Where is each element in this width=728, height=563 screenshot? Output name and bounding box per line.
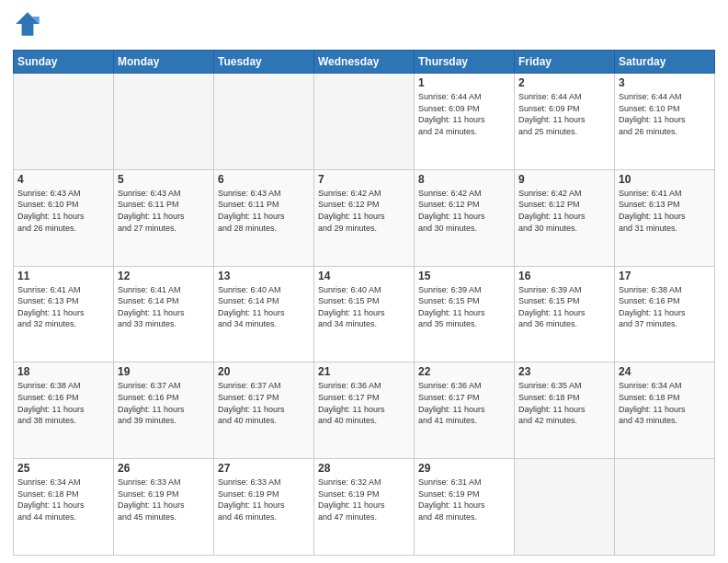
day-number: 9 bbox=[518, 173, 610, 186]
day-info: Sunrise: 6:43 AM Sunset: 6:11 PM Dayligh… bbox=[218, 188, 310, 234]
calendar-week-row: 4Sunrise: 6:43 AM Sunset: 6:10 PM Daylig… bbox=[14, 169, 715, 266]
calendar-cell: 20Sunrise: 6:37 AM Sunset: 6:17 PM Dayli… bbox=[214, 362, 314, 459]
calendar-day-header: Friday bbox=[515, 51, 615, 74]
calendar-week-row: 18Sunrise: 6:38 AM Sunset: 6:16 PM Dayli… bbox=[14, 362, 715, 459]
calendar-cell: 18Sunrise: 6:38 AM Sunset: 6:16 PM Dayli… bbox=[14, 362, 114, 459]
calendar-cell bbox=[314, 74, 415, 170]
day-info: Sunrise: 6:33 AM Sunset: 6:19 PM Dayligh… bbox=[118, 477, 210, 523]
day-info: Sunrise: 6:43 AM Sunset: 6:11 PM Dayligh… bbox=[118, 188, 210, 234]
day-info: Sunrise: 6:39 AM Sunset: 6:15 PM Dayligh… bbox=[418, 284, 510, 330]
calendar-cell bbox=[114, 74, 214, 170]
day-info: Sunrise: 6:37 AM Sunset: 6:16 PM Dayligh… bbox=[118, 380, 210, 426]
calendar-cell: 5Sunrise: 6:43 AM Sunset: 6:11 PM Daylig… bbox=[114, 169, 214, 266]
calendar-cell bbox=[615, 459, 715, 556]
calendar-cell: 9Sunrise: 6:42 AM Sunset: 6:12 PM Daylig… bbox=[515, 169, 615, 266]
day-number: 10 bbox=[619, 173, 711, 186]
calendar-table: SundayMondayTuesdayWednesdayThursdayFrid… bbox=[13, 50, 715, 556]
calendar-cell: 2Sunrise: 6:44 AM Sunset: 6:09 PM Daylig… bbox=[515, 74, 615, 170]
calendar-day-header: Thursday bbox=[415, 51, 515, 74]
calendar-cell: 4Sunrise: 6:43 AM Sunset: 6:10 PM Daylig… bbox=[14, 169, 114, 266]
calendar-day-header: Monday bbox=[114, 51, 214, 74]
day-number: 20 bbox=[218, 365, 310, 378]
calendar-cell: 15Sunrise: 6:39 AM Sunset: 6:15 PM Dayli… bbox=[415, 266, 515, 362]
calendar-cell: 26Sunrise: 6:33 AM Sunset: 6:19 PM Dayli… bbox=[114, 459, 214, 556]
day-info: Sunrise: 6:37 AM Sunset: 6:17 PM Dayligh… bbox=[218, 380, 310, 426]
day-info: Sunrise: 6:44 AM Sunset: 6:09 PM Dayligh… bbox=[418, 91, 510, 137]
day-info: Sunrise: 6:32 AM Sunset: 6:19 PM Dayligh… bbox=[318, 477, 410, 523]
day-number: 29 bbox=[418, 462, 510, 475]
day-number: 23 bbox=[518, 365, 610, 378]
day-number: 6 bbox=[218, 173, 310, 186]
day-number: 19 bbox=[118, 365, 210, 378]
calendar-day-header: Tuesday bbox=[214, 51, 314, 74]
day-number: 7 bbox=[318, 173, 410, 186]
calendar-cell: 11Sunrise: 6:41 AM Sunset: 6:13 PM Dayli… bbox=[14, 266, 114, 362]
day-number: 22 bbox=[418, 365, 510, 378]
calendar-cell bbox=[214, 74, 314, 170]
day-number: 17 bbox=[619, 270, 711, 282]
calendar-cell: 28Sunrise: 6:32 AM Sunset: 6:19 PM Dayli… bbox=[314, 459, 415, 556]
day-info: Sunrise: 6:33 AM Sunset: 6:19 PM Dayligh… bbox=[218, 477, 310, 523]
day-info: Sunrise: 6:35 AM Sunset: 6:18 PM Dayligh… bbox=[518, 380, 610, 426]
day-info: Sunrise: 6:31 AM Sunset: 6:19 PM Dayligh… bbox=[418, 477, 510, 523]
calendar-cell: 25Sunrise: 6:34 AM Sunset: 6:18 PM Dayli… bbox=[14, 459, 114, 556]
day-info: Sunrise: 6:44 AM Sunset: 6:09 PM Dayligh… bbox=[518, 91, 610, 137]
header bbox=[13, 9, 715, 44]
calendar-cell: 19Sunrise: 6:37 AM Sunset: 6:16 PM Dayli… bbox=[114, 362, 214, 459]
svg-marker-0 bbox=[16, 12, 40, 36]
day-info: Sunrise: 6:41 AM Sunset: 6:13 PM Dayligh… bbox=[17, 284, 109, 330]
day-info: Sunrise: 6:42 AM Sunset: 6:12 PM Dayligh… bbox=[418, 188, 510, 234]
calendar-cell: 3Sunrise: 6:44 AM Sunset: 6:10 PM Daylig… bbox=[615, 74, 715, 170]
calendar-cell: 8Sunrise: 6:42 AM Sunset: 6:12 PM Daylig… bbox=[415, 169, 515, 266]
calendar-cell: 13Sunrise: 6:40 AM Sunset: 6:14 PM Dayli… bbox=[214, 266, 314, 362]
calendar-cell: 27Sunrise: 6:33 AM Sunset: 6:19 PM Dayli… bbox=[214, 459, 314, 556]
day-info: Sunrise: 6:42 AM Sunset: 6:12 PM Dayligh… bbox=[518, 188, 610, 234]
calendar-week-row: 25Sunrise: 6:34 AM Sunset: 6:18 PM Dayli… bbox=[14, 459, 715, 556]
calendar-cell: 12Sunrise: 6:41 AM Sunset: 6:14 PM Dayli… bbox=[114, 266, 214, 362]
day-info: Sunrise: 6:41 AM Sunset: 6:14 PM Dayligh… bbox=[118, 284, 210, 330]
day-number: 18 bbox=[17, 365, 109, 378]
day-number: 15 bbox=[418, 270, 510, 282]
calendar-cell: 6Sunrise: 6:43 AM Sunset: 6:11 PM Daylig… bbox=[214, 169, 314, 266]
day-number: 3 bbox=[619, 76, 711, 89]
calendar-cell: 1Sunrise: 6:44 AM Sunset: 6:09 PM Daylig… bbox=[415, 74, 515, 170]
calendar-week-row: 1Sunrise: 6:44 AM Sunset: 6:09 PM Daylig… bbox=[14, 74, 715, 170]
calendar-cell: 21Sunrise: 6:36 AM Sunset: 6:17 PM Dayli… bbox=[314, 362, 415, 459]
calendar-day-header: Sunday bbox=[14, 51, 114, 74]
day-number: 25 bbox=[17, 462, 109, 475]
calendar-cell: 16Sunrise: 6:39 AM Sunset: 6:15 PM Dayli… bbox=[515, 266, 615, 362]
calendar-cell bbox=[14, 74, 114, 170]
calendar-header-row: SundayMondayTuesdayWednesdayThursdayFrid… bbox=[14, 51, 715, 74]
day-number: 1 bbox=[418, 76, 510, 89]
day-info: Sunrise: 6:41 AM Sunset: 6:13 PM Dayligh… bbox=[619, 188, 711, 234]
day-number: 8 bbox=[418, 173, 510, 186]
logo bbox=[13, 9, 42, 44]
calendar-cell: 17Sunrise: 6:38 AM Sunset: 6:16 PM Dayli… bbox=[615, 266, 715, 362]
calendar-day-header: Wednesday bbox=[314, 51, 415, 74]
day-number: 26 bbox=[118, 462, 210, 475]
day-info: Sunrise: 6:40 AM Sunset: 6:15 PM Dayligh… bbox=[318, 284, 410, 330]
calendar-day-header: Saturday bbox=[615, 51, 715, 74]
page: SundayMondayTuesdayWednesdayThursdayFrid… bbox=[0, 0, 728, 563]
day-number: 14 bbox=[318, 270, 410, 282]
day-info: Sunrise: 6:34 AM Sunset: 6:18 PM Dayligh… bbox=[619, 380, 711, 426]
day-info: Sunrise: 6:39 AM Sunset: 6:15 PM Dayligh… bbox=[518, 284, 610, 330]
calendar-week-row: 11Sunrise: 6:41 AM Sunset: 6:13 PM Dayli… bbox=[14, 266, 715, 362]
day-info: Sunrise: 6:40 AM Sunset: 6:14 PM Dayligh… bbox=[218, 284, 310, 330]
logo-icon bbox=[13, 9, 42, 39]
day-info: Sunrise: 6:38 AM Sunset: 6:16 PM Dayligh… bbox=[619, 284, 711, 330]
calendar-cell bbox=[515, 459, 615, 556]
day-info: Sunrise: 6:38 AM Sunset: 6:16 PM Dayligh… bbox=[17, 380, 109, 426]
day-info: Sunrise: 6:44 AM Sunset: 6:10 PM Dayligh… bbox=[619, 91, 711, 137]
calendar-cell: 29Sunrise: 6:31 AM Sunset: 6:19 PM Dayli… bbox=[415, 459, 515, 556]
day-number: 21 bbox=[318, 365, 410, 378]
day-number: 24 bbox=[619, 365, 711, 378]
day-number: 27 bbox=[218, 462, 310, 475]
day-info: Sunrise: 6:42 AM Sunset: 6:12 PM Dayligh… bbox=[318, 188, 410, 234]
day-number: 13 bbox=[218, 270, 310, 282]
day-info: Sunrise: 6:36 AM Sunset: 6:17 PM Dayligh… bbox=[318, 380, 410, 426]
day-info: Sunrise: 6:43 AM Sunset: 6:10 PM Dayligh… bbox=[17, 188, 109, 234]
day-number: 2 bbox=[518, 76, 610, 89]
day-number: 4 bbox=[17, 173, 109, 186]
calendar-cell: 14Sunrise: 6:40 AM Sunset: 6:15 PM Dayli… bbox=[314, 266, 415, 362]
